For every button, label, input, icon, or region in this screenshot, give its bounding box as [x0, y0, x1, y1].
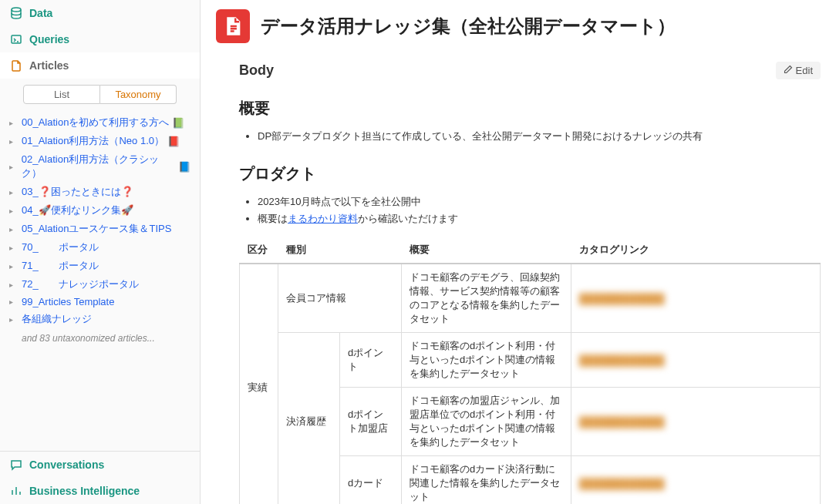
tree-item[interactable]: ▸72_ ナレッジポータル [6, 275, 194, 294]
th-catalog: カタログリンク [571, 237, 821, 264]
tree-item[interactable]: ▸03_❓困ったときには❓ [6, 183, 194, 201]
toggle-taxonomy[interactable]: Taxonomy [100, 85, 177, 104]
th-kubun: 区分 [240, 237, 278, 264]
product-list: 2023年10月時点で以下を全社公開中 概要はまるわかり資料から確認いただけます [239, 193, 821, 227]
list-item: DP部データプロダクト担当にて作成している、全社公開データマート開発におけるナレ… [258, 128, 821, 145]
chevron-right-icon: ▸ [9, 281, 19, 289]
database-icon [9, 6, 23, 20]
th-blank [340, 237, 402, 264]
tree-item[interactable]: ▸00_Alationを初めて利用する方へ📗 [6, 113, 194, 132]
list-item: 2023年10月時点で以下を全社公開中 [258, 193, 821, 210]
sidebar-section-data-label: Data [29, 7, 52, 19]
catalog-link-cell[interactable]: ████████████ [571, 264, 821, 333]
tree-item[interactable]: ▸70_ ポータル [6, 238, 194, 257]
overview-heading: 概要 [239, 98, 821, 119]
untaxonomized-note[interactable]: and 83 untaxonomized articles... [6, 328, 194, 348]
chevron-right-icon: ▸ [9, 244, 19, 252]
pencil-icon [784, 65, 793, 76]
chevron-right-icon: ▸ [9, 188, 19, 197]
catalog-link-cell[interactable]: ████████████ [571, 456, 821, 505]
product-heading: プロダクト [239, 163, 821, 184]
maruwakari-link[interactable]: まるわかり資料 [288, 213, 358, 224]
sidebar-section-data[interactable]: Data [0, 0, 200, 26]
sidebar-section-bi[interactable]: Business Intelligence [0, 478, 200, 504]
body-label: Body [239, 62, 274, 79]
chevron-right-icon: ▸ [9, 262, 19, 270]
catalog-link-cell[interactable]: ████████████ [571, 388, 821, 456]
chevron-right-icon: ▸ [9, 163, 19, 171]
query-icon [9, 32, 23, 46]
catalog-link-cell[interactable]: ████████████ [571, 333, 821, 388]
tree-item[interactable]: ▸71_ ポータル [6, 257, 194, 275]
table-header-row: 区分 種別 概要 カタログリンク [240, 237, 821, 264]
tree-item[interactable]: ▸05_Alationユースケース集＆TIPS [6, 220, 194, 238]
sidebar-bottom: Conversations Business Intelligence [0, 451, 200, 504]
table-row: 実績 会員コア情報 ドコモ顧客のデモグラ、回線契約情報、サービス契約情報等の顧客… [240, 264, 821, 333]
conversations-label: Conversations [29, 459, 104, 471]
bi-label: Business Intelligence [29, 485, 140, 497]
chevron-right-icon: ▸ [9, 207, 19, 215]
tree-item[interactable]: ▸04_🚀便利なリンク集🚀 [6, 201, 194, 220]
tree-item[interactable]: ▸99_Articles Template [6, 294, 194, 310]
chevron-right-icon: ▸ [9, 297, 19, 306]
page-icon [216, 9, 250, 43]
tree-item[interactable]: ▸各組織ナレッジ [6, 310, 194, 328]
chat-icon [9, 458, 23, 472]
edit-button[interactable]: Edit [776, 62, 821, 79]
article-icon [9, 59, 23, 72]
sidebar-section-queries-label: Queries [29, 33, 69, 45]
sidebar-section-queries[interactable]: Queries [0, 26, 200, 52]
list-item: 概要はまるわかり資料から確認いただけます [258, 210, 821, 227]
sidebar-section-articles[interactable]: Articles [0, 52, 200, 79]
page-title: データ活用ナレッジ集（全社公開データマート） [261, 14, 676, 39]
chevron-right-icon: ▸ [9, 137, 19, 146]
sidebar-section-articles-label: Articles [29, 59, 69, 72]
svg-rect-1 [12, 35, 21, 43]
chevron-right-icon: ▸ [9, 315, 19, 324]
svg-point-0 [12, 8, 21, 12]
sidebar-top: Data Queries Articles List Taxonomy ▸00_… [0, 0, 200, 451]
article-tree: ▸00_Alationを初めて利用する方へ📗 ▸01_Alation利用方法（N… [0, 110, 200, 351]
chevron-right-icon: ▸ [9, 225, 19, 234]
product-table: 区分 種別 概要 カタログリンク 実績 会員コア情報 ドコモ顧客のデモグラ、回線… [239, 237, 821, 504]
th-shubetsu: 種別 [278, 237, 340, 264]
th-gaiyou: 概要 [402, 237, 571, 264]
tree-item[interactable]: ▸02_Alation利用方法（クラシック）📘 [6, 150, 194, 183]
chart-icon [9, 484, 23, 498]
main-content: データ活用ナレッジ集（全社公開データマート） Body Edit 概要 DP部デ… [201, 0, 836, 504]
toggle-list[interactable]: List [23, 85, 100, 104]
sidebar-section-conversations[interactable]: Conversations [0, 452, 200, 478]
page-header: データ活用ナレッジ集（全社公開データマート） [216, 9, 821, 43]
chevron-right-icon: ▸ [9, 119, 19, 127]
sidebar: Data Queries Articles List Taxonomy ▸00_… [0, 0, 201, 504]
table-row: 決済履歴 dポイント ドコモ顧客のdポイント利用・付与といったdポイント関連の情… [240, 333, 821, 388]
view-toggle: List Taxonomy [0, 79, 200, 110]
body-section-header: Body Edit [239, 62, 821, 79]
tree-item[interactable]: ▸01_Alation利用方法（Neo 1.0）📕 [6, 132, 194, 150]
content-inner: 概要 DP部データプロダクト担当にて作成している、全社公開データマート開発におけ… [216, 98, 821, 504]
overview-list: DP部データプロダクト担当にて作成している、全社公開データマート開発におけるナレ… [239, 128, 821, 145]
